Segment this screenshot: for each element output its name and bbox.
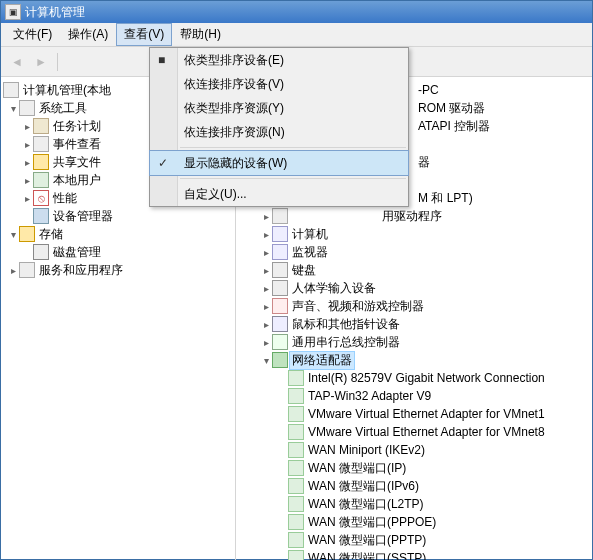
computer-mgmt-icon — [3, 82, 19, 98]
tools-icon — [19, 100, 35, 116]
tree-row-sound[interactable]: ▸ 声音、视频和游戏控制器 — [236, 297, 592, 315]
collapse-icon[interactable]: ▾ — [7, 102, 19, 114]
menu-item-sort-conn-resources[interactable]: 依连接排序资源(N) — [150, 120, 408, 144]
tree-row-nic-ikev2[interactable]: WAN Miniport (IKEv2) — [236, 441, 592, 459]
expand-icon[interactable]: ▸ — [260, 318, 272, 330]
scheduler-icon — [33, 118, 49, 134]
menu-item-show-hidden[interactable]: ✓ 显示隐藏的设备(W) — [150, 151, 408, 175]
tree-label: 声音、视频和游戏控制器 — [290, 298, 426, 315]
expand-icon[interactable]: ▸ — [260, 282, 272, 294]
usb-icon — [272, 334, 288, 350]
keyboard-icon — [272, 262, 288, 278]
expand-icon[interactable]: ▸ — [7, 264, 19, 276]
tree-disk-mgmt[interactable]: 磁盘管理 — [1, 243, 235, 261]
forward-button[interactable]: ► — [31, 52, 51, 72]
tree-label: 系统工具 — [37, 100, 89, 117]
tree-label: WAN 微型端口(IPv6) — [306, 478, 421, 495]
title-bar[interactable]: ▣ 计算机管理 — [1, 1, 592, 23]
tree-label: 设备管理器 — [51, 208, 115, 225]
tree-row-nic-vmnet1[interactable]: VMware Virtual Ethernet Adapter for VMne… — [236, 405, 592, 423]
tree-label: 性能 — [51, 190, 79, 207]
nic-icon — [288, 532, 304, 548]
sound-icon — [272, 298, 288, 314]
tree-label: 事件查看 — [51, 136, 103, 153]
users-icon — [33, 172, 49, 188]
tree-label: 器 — [416, 154, 432, 171]
tree-row-nic-intel[interactable]: Intel(R) 82579V Gigabit Network Connecti… — [236, 369, 592, 387]
collapse-icon[interactable]: ▾ — [260, 354, 272, 366]
tree-label: 计算机管理(本地 — [21, 82, 113, 99]
expand-icon[interactable]: ▸ — [260, 246, 272, 258]
event-icon — [33, 136, 49, 152]
menu-item-sort-conn-devices[interactable]: 依连接排序设备(V) — [150, 72, 408, 96]
tree-row-nic-tap[interactable]: TAP-Win32 Adapter V9 — [236, 387, 592, 405]
expand-icon[interactable]: ▸ — [260, 336, 272, 348]
hid-icon — [272, 280, 288, 296]
tree-row-monitor[interactable]: ▸ 监视器 — [236, 243, 592, 261]
plugplay-icon — [272, 208, 288, 224]
check-icon: ✓ — [158, 156, 168, 170]
menu-bar: 文件(F) 操作(A) 查看(V) 帮助(H) ■ 依类型排序设备(E) 依连接… — [1, 23, 592, 47]
expand-icon[interactable]: ▸ — [260, 210, 272, 222]
tree-label: 通用串行总线控制器 — [290, 334, 402, 351]
tree-row-keyboard[interactable]: ▸ 键盘 — [236, 261, 592, 279]
tree-row-nic-pppoe[interactable]: WAN 微型端口(PPPOE) — [236, 513, 592, 531]
tree-device-manager[interactable]: 设备管理器 — [1, 207, 235, 225]
tree-row-computer[interactable]: ▸ 计算机 — [236, 225, 592, 243]
expand-icon[interactable]: ▸ — [260, 228, 272, 240]
tree-services-apps[interactable]: ▸ 服务和应用程序 — [1, 261, 235, 279]
expand-icon[interactable]: ▸ — [260, 300, 272, 312]
tree-label: 任务计划 — [51, 118, 103, 135]
tree-label: M 和 LPT) — [416, 190, 475, 207]
expand-icon[interactable]: ▸ — [260, 264, 272, 276]
tree-label: 存储 — [37, 226, 65, 243]
menu-separator — [180, 178, 406, 179]
expand-icon[interactable]: ▸ — [21, 192, 33, 204]
tree-row-nic-sstp[interactable]: WAN 微型端口(SSTP) — [236, 549, 592, 560]
tree-label: 共享文件 — [51, 154, 103, 171]
nic-icon — [288, 550, 304, 560]
menu-view[interactable]: 查看(V) — [116, 23, 172, 46]
tree-label: 鼠标和其他指针设备 — [290, 316, 402, 333]
menu-item-customize[interactable]: 自定义(U)... — [150, 182, 408, 206]
menu-action[interactable]: 操作(A) — [60, 23, 116, 46]
tree-row-nic-ip[interactable]: WAN 微型端口(IP) — [236, 459, 592, 477]
expand-icon[interactable]: ▸ — [21, 174, 33, 186]
tree-row-nic-ipv6[interactable]: WAN 微型端口(IPv6) — [236, 477, 592, 495]
tree-row-nic-vmnet8[interactable]: VMware Virtual Ethernet Adapter for VMne… — [236, 423, 592, 441]
tree-label: WAN 微型端口(L2TP) — [306, 496, 426, 513]
tree-row-network-adapters[interactable]: ▾ 网络适配器 — [236, 351, 592, 369]
monitor-icon — [272, 244, 288, 260]
tree-row-nic-l2tp[interactable]: WAN 微型端口(L2TP) — [236, 495, 592, 513]
menu-item-label: 依类型排序资源(Y) — [184, 100, 284, 117]
tree-label: 用驱动程序 — [380, 208, 444, 225]
window: ▣ 计算机管理 文件(F) 操作(A) 查看(V) 帮助(H) ■ 依类型排序设… — [0, 0, 593, 560]
expand-icon[interactable]: ▸ — [21, 156, 33, 168]
nic-icon — [288, 406, 304, 422]
menu-item-sort-type-resources[interactable]: 依类型排序资源(Y) — [150, 96, 408, 120]
tree-row-nic-pptp[interactable]: WAN 微型端口(PPTP) — [236, 531, 592, 549]
tree-label: 人体学输入设备 — [290, 280, 378, 297]
services-icon — [19, 262, 35, 278]
menu-help[interactable]: 帮助(H) — [172, 23, 229, 46]
tree-row-plugplay[interactable]: ▸ 用驱动程序 — [236, 207, 592, 225]
back-button[interactable]: ◄ — [7, 52, 27, 72]
menu-item-sort-type-devices[interactable]: ■ 依类型排序设备(E) — [150, 48, 408, 72]
collapse-icon[interactable]: ▾ — [7, 228, 19, 240]
tree-row-mouse[interactable]: ▸ 鼠标和其他指针设备 — [236, 315, 592, 333]
toolbar-separator — [57, 53, 58, 71]
tree-label: 计算机 — [290, 226, 330, 243]
menu-file[interactable]: 文件(F) — [5, 23, 60, 46]
tree-row-hid[interactable]: ▸ 人体学输入设备 — [236, 279, 592, 297]
tree-label: -PC — [416, 83, 441, 97]
folder-icon — [33, 154, 49, 170]
menu-item-label: 依连接排序设备(V) — [184, 76, 284, 93]
storage-icon — [19, 226, 35, 242]
expand-icon[interactable]: ▸ — [21, 120, 33, 132]
network-icon — [272, 352, 288, 368]
nic-icon — [288, 370, 304, 386]
tree-row-usb[interactable]: ▸ 通用串行总线控制器 — [236, 333, 592, 351]
expand-icon[interactable]: ▸ — [21, 138, 33, 150]
tree-label: 本地用户 — [51, 172, 103, 189]
tree-storage[interactable]: ▾ 存储 — [1, 225, 235, 243]
